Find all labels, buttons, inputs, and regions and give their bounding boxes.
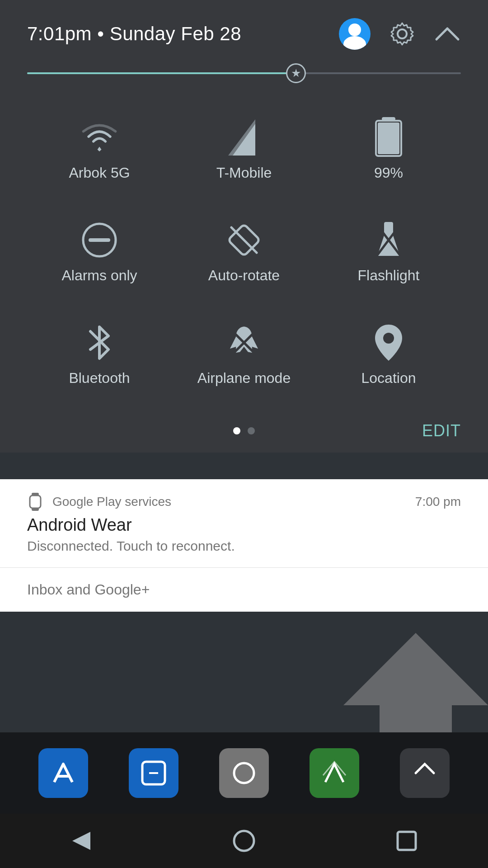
brightness-track[interactable]	[27, 72, 461, 74]
tile-alarms-only-label: Alarms only	[61, 267, 137, 284]
svg-rect-10	[384, 222, 393, 236]
datetime-label: 7:01pm • Sunday Feb 28	[27, 23, 241, 45]
tile-battery-label: 99%	[374, 165, 403, 181]
brightness-sun-icon	[291, 69, 300, 78]
notification-body: Disconnected. Touch to reconnect.	[27, 538, 461, 554]
recents-button[interactable]	[389, 823, 425, 859]
notification-header: Google Play services 7:00 pm	[27, 493, 461, 511]
tile-bluetooth[interactable]: Bluetooth	[27, 307, 172, 405]
navigation-bar	[0, 814, 488, 868]
tile-airplane-mode-label: Airplane mode	[197, 370, 291, 387]
dock-app-4[interactable]	[310, 748, 359, 798]
watermark-overlay	[343, 633, 488, 732]
pagination-dot-1	[233, 427, 240, 434]
svg-line-9	[231, 227, 257, 253]
settings-button[interactable]	[389, 20, 416, 47]
dock-app-1[interactable]	[38, 748, 88, 798]
tile-bluetooth-label: Bluetooth	[69, 370, 130, 387]
svg-point-16	[383, 333, 394, 344]
svg-marker-2	[233, 124, 255, 156]
edit-button[interactable]: EDIT	[422, 421, 461, 440]
signal-icon	[226, 119, 262, 156]
chevron-up-icon	[435, 25, 460, 43]
tile-location-label: Location	[361, 370, 416, 387]
dock-app-5[interactable]	[400, 748, 450, 798]
location-icon	[371, 325, 407, 361]
home-button[interactable]	[226, 823, 262, 859]
alarms-only-icon	[81, 222, 117, 258]
qs-header: 7:01pm • Sunday Feb 28	[27, 18, 461, 50]
watch-icon	[27, 493, 43, 511]
tile-battery[interactable]: 99%	[316, 101, 461, 199]
wifi-icon	[81, 119, 117, 156]
svg-rect-5	[378, 123, 399, 154]
notification-time: 7:00 pm	[415, 495, 461, 509]
back-icon	[68, 827, 95, 854]
svg-point-26	[234, 831, 254, 851]
auto-rotate-icon	[226, 222, 262, 258]
qs-pagination: EDIT	[27, 414, 461, 453]
tile-location[interactable]: Location	[316, 307, 461, 405]
brightness-fill	[27, 72, 296, 74]
back-button[interactable]	[63, 823, 99, 859]
flashlight-icon	[371, 222, 407, 258]
notification-source: Google Play services	[27, 493, 171, 511]
tile-signal[interactable]: T-Mobile	[172, 101, 316, 199]
pagination-dot-2	[248, 427, 255, 434]
svg-rect-19	[32, 508, 39, 511]
svg-point-24	[234, 763, 254, 783]
tile-auto-rotate-label: Auto-rotate	[208, 267, 280, 284]
collapse-button[interactable]	[434, 20, 461, 47]
svg-rect-17	[30, 495, 41, 508]
gear-icon	[389, 21, 415, 47]
svg-point-0	[398, 29, 407, 38]
app-dock	[0, 732, 488, 814]
svg-marker-20	[343, 633, 488, 732]
tile-signal-label: T-Mobile	[216, 165, 272, 181]
recents-icon	[393, 827, 420, 854]
svg-marker-25	[72, 832, 90, 850]
tile-wifi[interactable]: Arbok 5G	[27, 101, 172, 199]
svg-rect-7	[89, 238, 110, 242]
header-icons	[339, 18, 461, 50]
next-notification[interactable]: Inbox and Google+	[0, 568, 488, 612]
airplane-mode-icon	[226, 325, 262, 361]
home-icon	[230, 827, 258, 854]
quick-settings-panel: 7:01pm • Sunday Feb 28	[0, 0, 488, 453]
notification-title: Android Wear	[27, 515, 461, 535]
notification-source-text: Google Play services	[52, 495, 171, 509]
notification-android-wear[interactable]: Google Play services 7:00 pm Android Wea…	[0, 479, 488, 568]
battery-icon	[371, 119, 407, 156]
tile-flashlight-label: Flashlight	[358, 267, 420, 284]
brightness-thumb[interactable]	[286, 63, 306, 83]
tile-alarms-only[interactable]: Alarms only	[27, 204, 172, 302]
tile-auto-rotate[interactable]: Auto-rotate	[172, 204, 316, 302]
tile-flashlight[interactable]: Flashlight	[316, 204, 461, 302]
tile-airplane-mode[interactable]: Airplane mode	[172, 307, 316, 405]
notification-panel: Google Play services 7:00 pm Android Wea…	[0, 479, 488, 612]
user-avatar[interactable]	[339, 18, 371, 50]
brightness-control[interactable]	[27, 72, 461, 74]
tile-wifi-label: Arbok 5G	[69, 165, 130, 181]
svg-rect-27	[398, 832, 416, 850]
qs-tiles-grid: Arbok 5G T-Mobile 99%	[27, 101, 461, 405]
bluetooth-icon	[81, 325, 117, 361]
dock-app-3[interactable]	[219, 748, 269, 798]
svg-rect-18	[32, 493, 39, 495]
dock-app-2[interactable]	[129, 748, 178, 798]
